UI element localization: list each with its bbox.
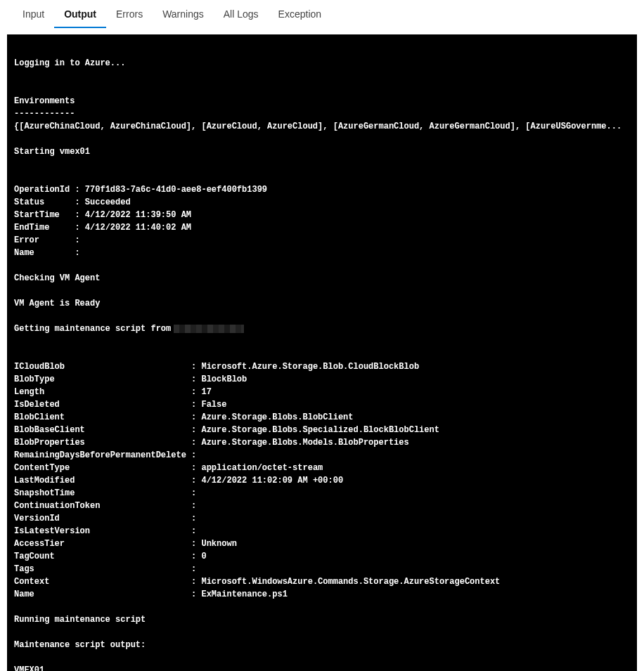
blob-row: ContinuationToken : bbox=[14, 501, 201, 511]
op-status: Succeeded bbox=[85, 197, 131, 207]
op-row: Error : bbox=[14, 235, 85, 245]
blob-row: IsDeleted : False bbox=[14, 400, 226, 410]
blob-row: BlobClient : Azure.Storage.Blobs.BlobCli… bbox=[14, 412, 354, 422]
blob-row: BlobProperties : Azure.Storage.Blobs.Mod… bbox=[14, 438, 409, 448]
tab-exception[interactable]: Exception bbox=[269, 0, 331, 28]
blob-name: ExMaintenance.ps1 bbox=[201, 589, 287, 599]
blob-row: VersionId : bbox=[14, 514, 201, 523]
blob-row: AccessTier : Unknown bbox=[14, 539, 237, 549]
blob-row: LastModified : 4/12/2022 11:02:09 AM +00… bbox=[14, 476, 343, 486]
blob-contenttype: application/octet-stream bbox=[201, 463, 323, 473]
blob-blobclient: Azure.Storage.Blobs.BlobClient bbox=[201, 412, 353, 422]
blob-context: Microsoft.WindowsAzure.Commands.Storage.… bbox=[201, 577, 500, 587]
blob-row: ContentType : application/octet-stream bbox=[14, 463, 323, 473]
blob-row: BlobBaseClient : Azure.Storage.Blobs.Spe… bbox=[14, 425, 439, 435]
blob-tagcount: 0 bbox=[201, 552, 206, 561]
blob-blobproperties: Azure.Storage.Blobs.Models.BlobPropertie… bbox=[201, 438, 408, 448]
log-env-list: {[AzureChinaCloud, AzureChinaCloud], [Az… bbox=[14, 122, 622, 131]
tab-output[interactable]: Output bbox=[54, 0, 106, 28]
blob-blobbaseclient: Azure.Storage.Blobs.Specialized.BlockBlo… bbox=[201, 425, 439, 435]
blob-row: SnapshotTime : bbox=[14, 488, 201, 498]
blob-row: Length : 17 bbox=[14, 387, 212, 397]
blob-row: IsLatestVersion : bbox=[14, 526, 201, 536]
console-output: Logging in to Azure... Environments ----… bbox=[7, 34, 637, 671]
blob-row: Name : ExMaintenance.ps1 bbox=[14, 589, 288, 599]
tab-errors[interactable]: Errors bbox=[106, 0, 153, 28]
blob-row: TagCount : 0 bbox=[14, 552, 207, 561]
tab-warnings[interactable]: Warnings bbox=[153, 0, 214, 28]
tab-input[interactable]: Input bbox=[13, 0, 54, 28]
log-starting: Starting vmex01 bbox=[14, 147, 90, 157]
blob-accesstier: Unknown bbox=[201, 539, 236, 549]
op-row: Status : Succeeded bbox=[14, 197, 131, 207]
blob-isdeleted: False bbox=[201, 400, 226, 410]
log-output-header: Maintenance script output: bbox=[14, 640, 146, 650]
blob-blobtype: BlockBlob bbox=[201, 374, 247, 384]
log-getting-script-text: Getting maintenance script from bbox=[14, 324, 171, 334]
tab-all-logs[interactable]: All Logs bbox=[214, 0, 269, 28]
op-endtime: 4/12/2022 11:40:02 AM bbox=[85, 223, 191, 233]
blob-row: BlobType : BlockBlob bbox=[14, 374, 247, 384]
redacted-storage-name bbox=[174, 325, 244, 333]
log-vm-ready: VM Agent is Ready bbox=[14, 299, 100, 308]
blob-row: Context : Microsoft.WindowsAzure.Command… bbox=[14, 577, 500, 587]
op-operationid: 770f1d83-7a6c-41d0-aee8-eef400fb1399 bbox=[85, 185, 267, 195]
blob-length: 17 bbox=[201, 387, 211, 397]
log-env-header: Environments bbox=[14, 96, 75, 106]
blob-icloudblob: Microsoft.Azure.Storage.Blob.CloudBlockB… bbox=[201, 362, 419, 372]
op-row: StartTime : 4/12/2022 11:39:50 AM bbox=[14, 210, 191, 220]
log-running: Running maintenance script bbox=[14, 615, 146, 625]
blob-row: ICloudBlob : Microsoft.Azure.Storage.Blo… bbox=[14, 362, 419, 372]
blob-lastmodified: 4/12/2022 11:02:09 AM +00:00 bbox=[201, 476, 343, 486]
log-tabs: Input Output Errors Warnings All Logs Ex… bbox=[0, 0, 644, 29]
log-getting-script: Getting maintenance script from bbox=[14, 324, 244, 334]
blob-row: RemainingDaysBeforePermanentDelete : bbox=[14, 450, 201, 460]
op-starttime: 4/12/2022 11:39:50 AM bbox=[85, 210, 191, 220]
blob-row: Tags : bbox=[14, 564, 201, 574]
op-row: EndTime : 4/12/2022 11:40:02 AM bbox=[14, 223, 191, 233]
log-env-divider: ------------ bbox=[14, 109, 75, 119]
log-checking-vm: Checking VM Agent bbox=[14, 273, 100, 283]
op-row: Name : bbox=[14, 248, 85, 258]
log-vmname: VMEX01 bbox=[14, 665, 44, 671]
op-row: OperationId : 770f1d83-7a6c-41d0-aee8-ee… bbox=[14, 185, 267, 195]
log-login: Logging in to Azure... bbox=[14, 58, 125, 68]
